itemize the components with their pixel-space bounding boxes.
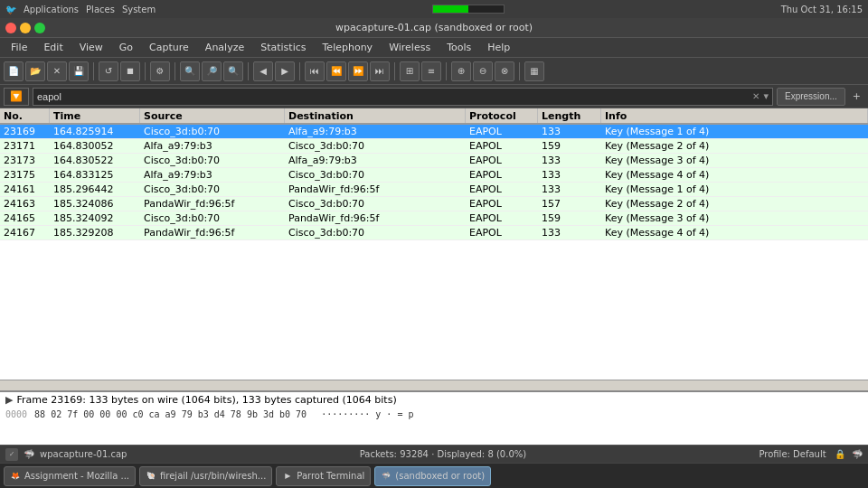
col-header-length[interactable]: Length: [538, 108, 601, 123]
toolbar-last[interactable]: ⏭: [370, 61, 390, 81]
menu-statistics[interactable]: Statistics: [253, 40, 313, 55]
packet-cell-2: Cisco_3d:b0:70: [140, 212, 285, 224]
filter-input-wrap[interactable]: ✕ ▾: [33, 88, 773, 106]
packet-cell-0: 23171: [0, 140, 50, 152]
toolbar-prev[interactable]: ⏪: [326, 61, 346, 81]
menu-help[interactable]: Help: [480, 40, 517, 55]
window-controls[interactable]: [5, 23, 45, 33]
packet-area: No. Time Source Destination Protocol Len…: [0, 108, 868, 445]
separator-7: [446, 62, 447, 80]
packet-cell-0: 24163: [0, 198, 50, 210]
horizontal-scrollbar[interactable]: [0, 380, 868, 390]
col-header-time[interactable]: Time: [50, 108, 140, 123]
toolbar-cancel[interactable]: ⏹: [120, 61, 140, 81]
toolbar-save[interactable]: 💾: [69, 61, 89, 81]
system-menu[interactable]: System: [122, 5, 156, 14]
packet-row[interactable]: 23171164.830052Alfa_a9:79:b3Cisco_3d:b0:…: [0, 139, 868, 154]
toolbar-next[interactable]: ⏩: [348, 61, 368, 81]
expression-button[interactable]: Expression...: [777, 88, 845, 106]
packet-list: No. Time Source Destination Protocol Len…: [0, 108, 868, 390]
separator-2: [145, 62, 146, 80]
taskbar-item-mozilla[interactable]: 🦊 Assignment - Mozilla ...: [4, 466, 136, 486]
menu-file[interactable]: File: [4, 40, 34, 55]
packet-row[interactable]: 24165185.324092Cisco_3d:b0:70PandaWir_fd…: [0, 211, 868, 226]
places-menu[interactable]: Places: [86, 5, 115, 14]
clock: Thu Oct 31, 16:15: [781, 5, 863, 14]
hex-dots-label: ········· y · = p: [321, 409, 413, 419]
status-icon-wireshark: 🦈: [852, 449, 863, 459]
filter-icon: 🔽: [10, 90, 23, 102]
menu-tools[interactable]: Tools: [439, 40, 478, 55]
packet-cell-4: EAPOL: [466, 183, 538, 195]
menu-wireless[interactable]: Wireless: [382, 40, 438, 55]
packet-cell-2: PandaWir_fd:96:5f: [140, 227, 285, 239]
toolbar-zoom-pane2[interactable]: ⊖: [473, 61, 493, 81]
toolbar-back[interactable]: ◀: [253, 61, 273, 81]
toolbar-autoscroll[interactable]: ≡: [421, 61, 441, 81]
toolbar-collapseall[interactable]: ▦: [524, 61, 544, 81]
toolbar-prefs[interactable]: ⚙: [150, 61, 170, 81]
menu-go[interactable]: Go: [112, 40, 140, 55]
packet-cell-4: EAPOL: [466, 140, 538, 152]
packet-cell-2: Alfa_a9:79:b3: [140, 169, 285, 181]
toolbar-close[interactable]: ✕: [47, 61, 67, 81]
toolbar-open[interactable]: 📂: [25, 61, 45, 81]
menu-bar: File Edit View Go Capture Analyze Statis…: [0, 38, 868, 58]
hex-offset-label: 0000: [5, 409, 27, 419]
toolbar-reload[interactable]: ↺: [99, 61, 118, 81]
filter-clear-icon[interactable]: ✕: [752, 91, 760, 101]
packet-row[interactable]: 24161185.296442Cisco_3d:b0:70PandaWir_fd…: [0, 183, 868, 197]
network-indicator: [432, 5, 505, 14]
separator-5: [299, 62, 300, 80]
firejail-icon: 🐚: [146, 471, 156, 482]
filter-dropdown-icon[interactable]: ▾: [763, 90, 769, 102]
network-fill: [433, 5, 468, 13]
packet-cell-6: Key (Message 1 of 4): [601, 126, 868, 137]
detail-frame-row[interactable]: ▶ Frame 23169: 133 bytes on wire (1064 b…: [0, 392, 868, 408]
packets-info: Packets: 93284 · Displayed: 8 (0.0%): [360, 449, 526, 459]
toolbar-zoom-normal[interactable]: 🔎: [202, 61, 222, 81]
filter-input[interactable]: [37, 91, 749, 102]
col-header-protocol[interactable]: Protocol: [466, 108, 538, 123]
taskbar-item-sandboxed[interactable]: 🦈 (sandboxed or root): [374, 466, 491, 486]
menu-telephony[interactable]: Telephony: [316, 40, 381, 55]
col-header-destination[interactable]: Destination: [285, 108, 466, 123]
toolbar-resize[interactable]: ⊞: [400, 61, 420, 81]
detail-hex-row[interactable]: 0000 88 02 7f 00 00 00 c0 ca a9 79 b3 d4…: [0, 408, 868, 421]
col-header-info[interactable]: Info: [601, 108, 868, 123]
toolbar-zoom-in[interactable]: 🔍: [180, 61, 200, 81]
col-header-no[interactable]: No.: [0, 108, 50, 123]
expand-icon: ▶: [5, 394, 13, 406]
toolbar-first[interactable]: ⏮: [305, 61, 325, 81]
toolbar-zoom-pane[interactable]: ⊕: [451, 61, 471, 81]
menu-view[interactable]: View: [72, 40, 110, 55]
packet-cell-5: 133: [538, 126, 601, 137]
status-bar: ✓ 🦈 wpacapture-01.cap Packets: 93284 · D…: [0, 445, 868, 463]
toolbar-new[interactable]: 📄: [4, 61, 24, 81]
toolbar-zoom-pane3[interactable]: ⊗: [495, 61, 514, 81]
taskbar-item-terminal[interactable]: ▶ Parrot Terminal: [276, 466, 371, 486]
separator-8: [519, 62, 520, 80]
packet-row[interactable]: 23169164.825914Cisco_3d:b0:70Alfa_a9:79:…: [0, 125, 868, 139]
filter-plus-button[interactable]: +: [849, 90, 864, 102]
packet-cell-5: 159: [538, 212, 601, 224]
packet-row[interactable]: 24167185.329208PandaWir_fd:96:5fCisco_3d…: [0, 226, 868, 240]
menu-analyze[interactable]: Analyze: [198, 40, 251, 55]
applications-menu[interactable]: Applications: [24, 5, 79, 14]
col-header-source[interactable]: Source: [140, 108, 285, 123]
menu-capture[interactable]: Capture: [142, 40, 196, 55]
taskbar-item-firejail[interactable]: 🐚 firejail /usr/bin/wiresh...: [139, 466, 272, 486]
close-button[interactable]: [5, 23, 16, 33]
taskbar-item-sandboxed-label: (sandboxed or root): [395, 471, 485, 481]
toolbar-zoom-out[interactable]: 🔍: [223, 61, 243, 81]
packet-row[interactable]: 23173164.830522Cisco_3d:b0:70Alfa_a9:79:…: [0, 154, 868, 168]
system-bar: 🐦 Applications Places System Thu Oct 31,…: [0, 0, 868, 18]
menu-edit[interactable]: Edit: [36, 40, 70, 55]
packet-row[interactable]: 24163185.324086PandaWir_fd:96:5fCisco_3d…: [0, 197, 868, 211]
maximize-button[interactable]: [34, 23, 45, 33]
toolbar-forward[interactable]: ▶: [275, 61, 295, 81]
separator-3: [175, 62, 175, 80]
packet-row[interactable]: 23175164.833125Alfa_a9:79:b3Cisco_3d:b0:…: [0, 168, 868, 183]
status-right: Profile: Default 🔒 🦈: [759, 449, 863, 459]
minimize-button[interactable]: [20, 23, 31, 33]
